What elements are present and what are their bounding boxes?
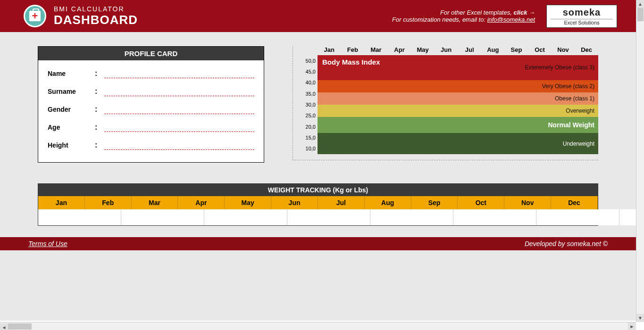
scroll-up-arrow-icon[interactable]: ▲ xyxy=(636,0,644,8)
bmi-band: Obese (class 1) xyxy=(318,92,598,105)
profile-card-title: PROFILE CARD xyxy=(38,47,264,60)
chart-bands: Body Mass Index Exteremely Obese (class … xyxy=(318,55,598,154)
bmi-band: Normal Weight xyxy=(318,117,598,133)
profile-row-gender: Gender : xyxy=(48,105,254,114)
profile-card: PROFILE CARD Name : Surname : Gender : xyxy=(38,46,264,163)
header-links: For other Excel templates, click → For c… xyxy=(392,9,535,23)
weight-jun[interactable] xyxy=(453,209,536,225)
tracking-value-row xyxy=(38,209,598,225)
horizontal-scroll-thumb[interactable] xyxy=(8,323,32,330)
templates-text: For other Excel templates, xyxy=(440,9,512,16)
app-title: DASHBOARD xyxy=(54,13,138,27)
profile-row-age: Age : xyxy=(48,123,254,132)
header-left: BMI CALCULATOR DASHBOARD xyxy=(24,5,138,27)
bmi-band: Underweight xyxy=(318,133,598,154)
bmi-band: Overweight xyxy=(318,105,598,117)
weight-apr[interactable] xyxy=(287,209,370,225)
profile-row-name: Name : xyxy=(48,69,254,78)
chart-x-axis: Jan Feb Mar Apr May Jun Jul Aug Sep Oct … xyxy=(318,46,598,53)
scroll-left-arrow-icon[interactable]: ◄ xyxy=(0,323,8,330)
input-name[interactable] xyxy=(104,69,254,78)
weight-aug[interactable] xyxy=(619,209,636,225)
input-surname[interactable] xyxy=(104,87,254,96)
header-right: For other Excel templates, click → For c… xyxy=(392,5,617,28)
weight-tracking-table: WEIGHT TRACKING (Kg or Lbs) Jan Feb Mar … xyxy=(38,183,598,226)
brand-tagline: Excel Solutions xyxy=(551,19,613,25)
vertical-scroll-thumb[interactable] xyxy=(637,8,644,21)
label-surname: Surname xyxy=(48,88,95,95)
tracking-header-row: Jan Feb Mar Apr May Jun Jul Aug Sep Oct … xyxy=(38,196,598,209)
bmi-band: Very Obese (class 2) xyxy=(318,80,598,92)
tracking-title: WEIGHT TRACKING (Kg or Lbs) xyxy=(38,184,598,196)
weight-jan[interactable] xyxy=(38,209,121,225)
profile-row-surname: Surname : xyxy=(48,87,254,96)
profile-row-height: Height : xyxy=(48,140,254,150)
footer-credit: Developed by someka.net © xyxy=(525,240,608,248)
footer-bar: Terms of Use Developed by someka.net © xyxy=(0,237,636,250)
weight-feb[interactable] xyxy=(121,209,204,225)
templates-click-link[interactable]: click → xyxy=(513,9,535,16)
scroll-right-arrow-icon[interactable]: ► xyxy=(628,322,636,330)
label-name: Name xyxy=(48,70,95,77)
input-gender[interactable] xyxy=(104,105,254,114)
weight-jul[interactable] xyxy=(536,209,619,225)
title-block: BMI CALCULATOR DASHBOARD xyxy=(54,5,138,27)
main-content: PROFILE CARD Name : Surname : Gender : xyxy=(0,32,636,172)
customization-text: For customization needs, email to: xyxy=(392,16,485,23)
worksheet-viewport[interactable]: BMI CALCULATOR DASHBOARD For other Excel… xyxy=(0,0,636,321)
contact-email-link[interactable]: info@someka.net xyxy=(487,16,535,23)
horizontal-scrollbar[interactable]: ◄ ► xyxy=(0,322,636,330)
terms-link[interactable]: Terms of Use xyxy=(28,240,67,248)
brand-badge[interactable]: someka Excel Solutions xyxy=(546,5,617,28)
chart-y-axis: 50,0 45,0 40,0 35,0 30,0 25,0 20,0 15,0 … xyxy=(299,55,318,154)
brand-name: someka xyxy=(551,7,613,18)
weight-may[interactable] xyxy=(370,209,453,225)
chart-body: 50,0 45,0 40,0 35,0 30,0 25,0 20,0 15,0 … xyxy=(299,55,598,154)
label-gender: Gender xyxy=(48,106,95,113)
label-height: Height xyxy=(48,141,95,149)
app-logo xyxy=(24,5,46,27)
input-age[interactable] xyxy=(104,123,254,132)
scroll-down-arrow-icon[interactable]: ▼ xyxy=(636,314,644,322)
input-height[interactable] xyxy=(104,140,254,150)
header-bar: BMI CALCULATOR DASHBOARD For other Excel… xyxy=(0,0,636,32)
medkit-icon xyxy=(29,11,41,21)
bmi-chart: Jan Feb Mar Apr May Jun Jul Aug Sep Oct … xyxy=(293,46,598,160)
profile-card-body: Name : Surname : Gender : Age : xyxy=(38,60,264,162)
label-age: Age xyxy=(48,124,95,131)
chart-title: Body Mass Index xyxy=(322,58,380,66)
vertical-scrollbar[interactable]: ▲ ▼ xyxy=(636,0,644,322)
weight-mar[interactable] xyxy=(204,209,287,225)
app-subtitle: BMI CALCULATOR xyxy=(54,5,138,13)
